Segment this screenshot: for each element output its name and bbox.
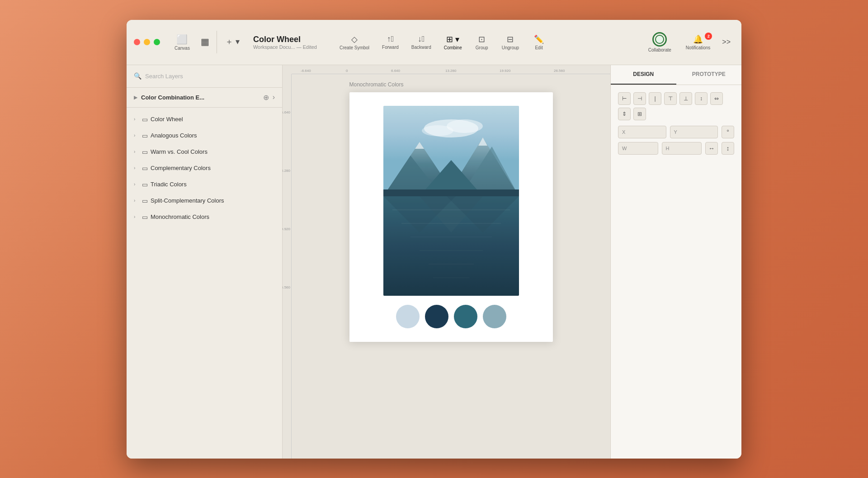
maximize-button[interactable] [154, 39, 160, 45]
wh-row: W H ↔ ↕ [618, 142, 734, 155]
frame-icon: ▭ [142, 213, 148, 221]
layer-item-monochromatic-colors[interactable]: › ▭ Monochromatic Colors [127, 209, 282, 225]
frame-icon: ▭ [142, 197, 148, 204]
ruler-h-mark: 26.560 [554, 69, 565, 73]
create-symbol-button[interactable]: ◇ Create Symbol [333, 31, 376, 54]
sidebar-search-header: 🔍 [127, 65, 282, 88]
x-label: X [622, 129, 628, 135]
x-field[interactable]: X [618, 126, 666, 138]
panel-tabs: DESIGN PROTOTYPE [611, 65, 741, 85]
backward-button[interactable]: ↓⃝ Backward [405, 31, 438, 53]
add-layer-icon[interactable]: ⊕ [263, 93, 269, 102]
title-bar: ⬜ Canvas ▦ ＋ ▾ Color Wheel Workspace Doc… [127, 20, 741, 65]
expand-icon: >> [722, 38, 731, 46]
edit-label: Edit [535, 45, 542, 50]
chevron-icon: › [134, 182, 139, 187]
align-center-h-button[interactable]: ⊣ [633, 92, 646, 105]
group-button[interactable]: ⊡ Group [468, 31, 495, 54]
tab-prototype[interactable]: PROTOTYPE [676, 65, 742, 85]
ruler-horizontal: -6.640 0 6.640 13.280 19.920 26.560 [292, 65, 610, 74]
flip-v-button[interactable]: ↕ [722, 142, 734, 155]
panel-content: ⊢ ⊣ | ⊤ ⊥ ↕ ⇔ ⇕ ⊞ X Y [611, 85, 741, 459]
separator-1 [217, 31, 217, 53]
layer-item-color-wheel[interactable]: › ▭ Color Wheel [127, 111, 282, 128]
group-label: Group [476, 45, 488, 50]
document-title-section: Color Wheel Workspace Docu... — Edited [253, 35, 317, 50]
grid-toggle[interactable]: ▦ [195, 33, 215, 52]
y-label: Y [674, 129, 680, 135]
chevron-right-icon: ▶ [134, 95, 137, 100]
flip-button[interactable]: ↔ [705, 142, 718, 155]
layer-item-warm-vs-cool[interactable]: › ▭ Warm vs. Cool Colors [127, 144, 282, 160]
ruler-v-mark: 13.280 [283, 169, 290, 173]
collaborate-button[interactable]: Collaborate [642, 28, 678, 56]
layer-item-analogous-colors[interactable]: › ▭ Analogous Colors [127, 128, 282, 144]
alignment-row: ⊢ ⊣ | ⊤ ⊥ ↕ ⇔ ⇕ ⊞ [618, 92, 734, 120]
chevron-icon: › [134, 133, 139, 138]
forward-icon: ↑⃝ [387, 34, 394, 44]
ungroup-icon: ⊟ [507, 34, 514, 44]
project-name: Color Combination E... [141, 94, 259, 101]
search-input[interactable] [145, 73, 275, 80]
color-swatches [396, 305, 506, 328]
align-bottom-button[interactable]: ↕ [695, 92, 708, 105]
minimize-button[interactable] [144, 39, 150, 45]
combine-icon: ⊞ ▾ [446, 34, 459, 44]
y-field[interactable]: Y [670, 126, 718, 138]
swatch-3 [454, 305, 477, 328]
align-top-button[interactable]: ⊤ [664, 92, 677, 105]
layer-name: Monochromatic Colors [151, 213, 209, 220]
app-window: ⬜ Canvas ▦ ＋ ▾ Color Wheel Workspace Doc… [127, 20, 741, 459]
collapse-icon[interactable]: › [273, 93, 275, 101]
layer-item-triadic-colors[interactable]: › ▭ Triadic Colors [127, 176, 282, 193]
document-subtitle: Workspace Docu... — Edited [253, 44, 317, 50]
w-label: W [622, 146, 628, 151]
chevron-icon: › [134, 149, 139, 154]
align-right-button[interactable]: | [649, 92, 661, 105]
tab-design[interactable]: DESIGN [611, 65, 676, 85]
insert-icon: ＋ ▾ [225, 36, 240, 47]
toolbar-actions: ◇ Create Symbol ↑⃝ Forward ↓⃝ Backward ⊞… [333, 31, 642, 54]
traffic-lights [134, 39, 160, 45]
sidebar-project-header: ▶ Color Combination E... ⊕ › [127, 88, 282, 108]
mountain-photo [383, 106, 519, 296]
svg-rect-22 [383, 106, 519, 296]
insert-button[interactable]: ＋ ▾ [219, 33, 246, 52]
canvas-area[interactable]: -6.640 0 6.640 13.280 19.920 26.560 6.64… [283, 65, 610, 459]
frame-icon: ▭ [142, 181, 148, 188]
frame-icon: ▭ [142, 116, 148, 123]
close-button[interactable] [134, 39, 140, 45]
frame-icon: ▭ [142, 165, 148, 172]
spacing-button[interactable]: ⊞ [633, 108, 646, 120]
align-left-button[interactable]: ⊢ [618, 92, 631, 105]
canvas-toggle[interactable]: ⬜ Canvas [169, 30, 195, 54]
photo-container [383, 106, 519, 296]
create-symbol-icon: ◇ [351, 34, 358, 44]
ruler-vertical: 6.640 13.280 19.920 26.560 [283, 74, 292, 459]
forward-button[interactable]: ↑⃝ Forward [376, 31, 405, 53]
layer-item-split-complementary[interactable]: › ▭ Split-Complementary Colors [127, 193, 282, 209]
w-field[interactable]: W [618, 142, 658, 155]
sidebar-layers: › ▭ Color Wheel › ▭ Analogous Colors › ▭… [127, 108, 282, 459]
document-title: Color Wheel [253, 35, 317, 44]
h-field[interactable]: H [662, 142, 702, 155]
expand-button[interactable]: >> [718, 34, 734, 50]
rotate-button[interactable]: ° [722, 126, 734, 138]
canvas-icon: ⬜ [176, 34, 188, 45]
ruler-h-mark: 19.920 [500, 69, 510, 73]
distribute-h-button[interactable]: ⇔ [710, 92, 723, 105]
swatch-1 [396, 305, 420, 328]
layer-name: Triadic Colors [151, 181, 187, 188]
align-center-v-button[interactable]: ⊥ [679, 92, 692, 105]
bell-icon: 🔔 [693, 34, 703, 44]
edit-button[interactable]: ✏️ Edit [525, 31, 552, 54]
layer-name: Analogous Colors [151, 132, 197, 139]
ruler-h-mark: 13.280 [445, 69, 456, 73]
layer-item-complementary-colors[interactable]: › ▭ Complementary Colors [127, 160, 282, 176]
notifications-button[interactable]: 2 🔔 Notifications [679, 31, 717, 54]
collaborate-icon [652, 32, 667, 47]
ungroup-button[interactable]: ⊟ Ungroup [495, 31, 525, 54]
distribute-v-button[interactable]: ⇕ [618, 108, 631, 120]
combine-button[interactable]: ⊞ ▾ Combine [438, 31, 468, 54]
toolbar-right: Collaborate 2 🔔 Notifications >> [642, 28, 734, 56]
